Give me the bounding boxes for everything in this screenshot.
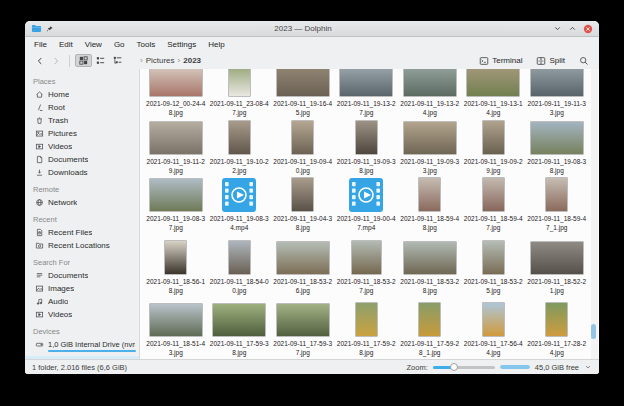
file-item[interactable]: 2021-09-11_18-56-18.jpg (144, 239, 208, 297)
file-item[interactable]: 2021-09-11_19-09-33.jpg (398, 119, 462, 177)
file-item[interactable]: 2021-09-11_19-09-38.jpg (335, 119, 399, 177)
file-item[interactable]: 2021-09-11_19-04-38.jpg (271, 176, 335, 234)
sidebar-item-documents[interactable]: Documents (25, 269, 139, 282)
file-item[interactable]: 2021-09-11_19-10-22.jpg (208, 119, 272, 177)
sidebar-section-devices: Devices1,0 GiB Internal Drive (nvme0n…47… (25, 324, 139, 359)
device-usage-bar (48, 350, 136, 352)
sidebar-item-home[interactable]: Home (25, 88, 139, 101)
statusbar-chevron-down-icon[interactable] (584, 363, 592, 371)
file-item[interactable]: 2021-09-11_19-11-33.jpg (525, 69, 589, 119)
menu-view[interactable]: View (79, 39, 108, 50)
file-item[interactable]: 2021-09-11_17-28-24.jpg (525, 301, 589, 359)
file-item[interactable]: 2021-09-11_19-09-29.jpg (462, 119, 526, 177)
file-item[interactable]: 2021-09-11_18-53-27.jpg (335, 239, 399, 297)
file-item[interactable]: 2021-09-11_17-59-28.jpg (335, 301, 399, 359)
file-item[interactable]: 2021-09-11_18-52-21.jpg (525, 239, 589, 297)
search-button[interactable] (576, 55, 592, 67)
file-item[interactable]: 2021-09-11_23-08-47.jpg (208, 69, 272, 119)
breadcrumb-item-2023[interactable]: 2023 (183, 56, 201, 65)
sidebar-item-1-0-gib-internal-drive-nvme0n[interactable]: 1,0 GiB Internal Drive (nvme0n… (25, 338, 139, 356)
video-icon (35, 310, 44, 319)
file-item[interactable]: 2021-09-11_18-51-43.jpg (144, 301, 208, 359)
file-item[interactable]: 2021-09-11_18-54-00.jpg (208, 239, 272, 297)
file-name: 2021-09-11_19-09-40.jpg (272, 158, 334, 177)
sidebar-item-root[interactable]: Root (25, 101, 139, 114)
scrollbar-track[interactable] (591, 69, 598, 359)
close-button[interactable] (582, 23, 593, 34)
forward-button[interactable] (48, 55, 64, 67)
sidebar-item-downloads[interactable]: Downloads (25, 166, 139, 179)
file-name: 2021-09-11_18-59-48.jpg (399, 215, 461, 234)
photo-thumbnail (482, 240, 505, 275)
titlebar[interactable]: 2023 — Dolphin (25, 21, 599, 37)
file-item[interactable]: 2021-09-11_18-53-26.jpg (271, 239, 335, 297)
photo-thumbnail (149, 69, 203, 97)
folder-app-icon (31, 23, 42, 34)
breadcrumb-item-pictures[interactable]: Pictures (146, 56, 175, 65)
sidebar-item-network[interactable]: Network (25, 196, 139, 209)
zoom-slider[interactable] (433, 363, 495, 371)
sidebar-item-trash[interactable]: Trash (25, 114, 139, 127)
icons-view-button[interactable] (75, 54, 92, 67)
dolphin-window: 2023 — Dolphin FileEditViewGoToolsSettin… (25, 21, 599, 374)
minimize-button[interactable] (552, 23, 563, 34)
file-item[interactable]: 2021-09-11_19-13-27.jpg (335, 69, 399, 119)
file-item[interactable]: 2021-09-11_19-00-47.mp4 (335, 176, 399, 234)
menu-help[interactable]: Help (202, 39, 230, 50)
file-item[interactable]: 2021-09-11_19-13-24.jpg (398, 69, 462, 119)
file-item[interactable]: 2021-09-11_17-59-37.jpg (271, 301, 335, 359)
sidebar-item-recent-files[interactable]: Recent Files (25, 226, 139, 239)
file-item[interactable]: 2021-09-12_00-24-48.jpg (144, 69, 208, 119)
details-view-button[interactable] (109, 54, 126, 67)
menu-tools[interactable]: Tools (131, 39, 162, 50)
file-name: 2021-09-11_18-54-00.jpg (208, 278, 270, 297)
sidebar-item-videos[interactable]: Videos (25, 308, 139, 321)
photo-thumbnail (228, 240, 251, 275)
photo-thumbnail (418, 177, 441, 212)
file-item[interactable]: 2021-09-11_18-59-48.jpg (398, 176, 462, 234)
sidebar-item-label: 1,0 GiB Internal Drive (nvme0n… (48, 340, 135, 349)
file-item[interactable]: 2021-09-11_19-16-45.jpg (271, 69, 335, 119)
back-button[interactable] (32, 55, 48, 67)
sidebar-item-audio[interactable]: Audio (25, 295, 139, 308)
menu-edit[interactable]: Edit (53, 39, 79, 50)
sidebar-item-recent-locations[interactable]: Recent Locations (25, 239, 139, 252)
menu-file[interactable]: File (28, 39, 53, 50)
file-grid-row: 2021-09-11_19-08-37.jpg2021-09-11_19-08-… (144, 176, 589, 234)
file-item[interactable]: 2021-09-11_17-59-28_1.jpg (398, 301, 462, 359)
terminal-button[interactable]: Terminal (476, 55, 525, 67)
image-icon (35, 129, 44, 138)
file-view[interactable]: 2021-09-12_00-24-48.jpg2021-09-11_23-08-… (140, 69, 599, 359)
photo-thumbnail (276, 303, 330, 337)
file-name: 2021-09-11_18-56-18.jpg (145, 278, 207, 297)
file-item[interactable]: 2021-09-11_19-08-38.jpg (525, 119, 589, 177)
pin-icon[interactable] (46, 25, 54, 33)
file-item[interactable]: 2021-09-11_17-59-38.jpg (208, 301, 272, 359)
split-button[interactable]: Split (533, 55, 568, 67)
compact-view-button[interactable] (92, 54, 109, 67)
zoom-slider-handle[interactable] (450, 363, 458, 371)
file-item[interactable]: 2021-09-11_19-08-37.jpg (144, 176, 208, 234)
file-item[interactable]: 2021-09-11_18-53-28.jpg (398, 239, 462, 297)
sidebar-item-pictures[interactable]: Pictures (25, 127, 139, 140)
file-item[interactable]: 2021-09-11_19-09-40.jpg (271, 119, 335, 177)
file-item[interactable]: 2021-09-11_18-59-47.jpg (462, 176, 526, 234)
maximize-button[interactable] (567, 23, 578, 34)
free-space-bar (500, 365, 530, 370)
breadcrumb-chevron-icon[interactable]: › (178, 56, 181, 65)
home-icon (35, 90, 44, 99)
file-item[interactable]: 2021-09-11_18-53-25.jpg (462, 239, 526, 297)
file-item[interactable]: 2021-09-11_19-13-14.jpg (462, 69, 526, 119)
menu-go[interactable]: Go (108, 39, 131, 50)
file-item[interactable]: 2021-09-11_19-08-34.mp4 (208, 176, 272, 234)
menu-settings[interactable]: Settings (161, 39, 202, 50)
sidebar-item-documents[interactable]: Documents (25, 153, 139, 166)
sidebar-item-images[interactable]: Images (25, 282, 139, 295)
sidebar-item-label: Home (48, 90, 69, 99)
file-item[interactable]: 2021-09-11_18-59-47_1.jpg (525, 176, 589, 234)
scrollbar-thumb[interactable] (591, 324, 596, 339)
file-item[interactable]: 2021-09-11_17-56-44.jpg (462, 301, 526, 359)
breadcrumb-chevron-icon[interactable]: › (140, 56, 143, 65)
file-item[interactable]: 2021-09-11_19-11-29.jpg (144, 119, 208, 177)
sidebar-item-videos[interactable]: Videos (25, 140, 139, 153)
